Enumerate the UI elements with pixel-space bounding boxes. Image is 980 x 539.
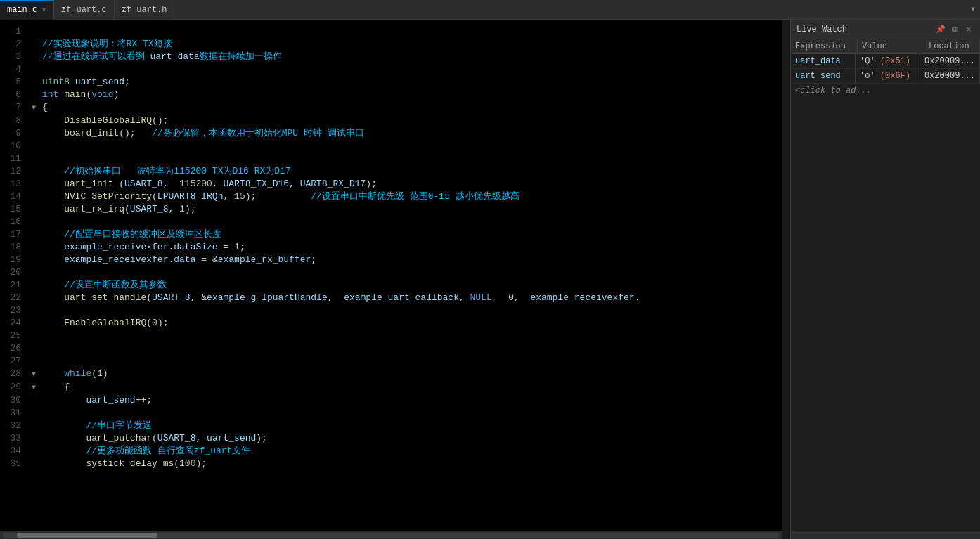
code-line: 32 //串口字节发送 xyxy=(0,420,782,432)
line-number: 20 xyxy=(0,266,28,279)
fold-arrow-icon[interactable]: ▼ xyxy=(32,384,36,391)
code-text: //通过在线调试可以看到 uart_data数据在持续加一操作 xyxy=(39,51,782,63)
fold-gutter[interactable]: ▼ xyxy=(28,368,39,381)
tab-close-main-c[interactable]: ✕ xyxy=(41,6,46,14)
fold-arrow-icon[interactable]: ▼ xyxy=(32,104,36,112)
line-number: 34 xyxy=(0,445,28,457)
col-header-location: Location xyxy=(924,39,980,53)
code-line: 13 uart_init (USART_8, 115200, UART8_TX_… xyxy=(0,178,782,190)
line-number: 24 xyxy=(0,317,28,330)
watch-expr-uart-send: uart_send xyxy=(791,69,856,83)
tab-zf-uart-h[interactable]: zf_uart.h xyxy=(115,0,175,20)
tab-label: zf_uart.h xyxy=(122,5,167,15)
code-line: 11 xyxy=(0,152,782,165)
code-text: NVIC_SetPriority(LPUART8_IRQn, 15); //设置… xyxy=(39,190,782,203)
watch-row-uart-send[interactable]: uart_send 'o' (0x6F) 0x20009... xyxy=(791,69,980,84)
code-editor: 12//实验现象说明：将RX TX短接3//通过在线调试可以看到 uart_da… xyxy=(0,20,782,539)
line-number: 28 xyxy=(0,368,28,380)
code-line: 16 xyxy=(0,216,782,228)
code-line: 2//实验现象说明：将RX TX短接 xyxy=(0,38,782,51)
line-number: 27 xyxy=(0,355,28,368)
code-line: 31 xyxy=(0,407,782,420)
code-line: 10 xyxy=(0,140,782,152)
live-watch-panel: Live Watch 📌 ⧉ ✕ Expression Value Locati… xyxy=(790,20,980,539)
code-line: 1 xyxy=(0,25,782,38)
code-line: 21 //设置中断函数及其参数 xyxy=(0,279,782,292)
code-text: uart_rx_irq(USART_8, 1); xyxy=(39,203,782,216)
watch-expr-uart-data: uart_data xyxy=(791,54,856,68)
line-number: 4 xyxy=(0,63,28,76)
code-line: 3//通过在线调试可以看到 uart_data数据在持续加一操作 xyxy=(0,51,782,63)
code-line: 19 example_receivexfer.data = &example_r… xyxy=(0,254,782,266)
code-text: //初始换串口 波特率为115200 TX为D16 RX为D17 xyxy=(39,165,782,178)
code-text: uint8 uart_send; xyxy=(39,76,782,89)
code-line: 20 xyxy=(0,266,782,279)
code-text: int main(void) xyxy=(39,89,782,101)
tab-label: zf_uart.c xyxy=(61,5,107,15)
line-number: 2 xyxy=(0,38,28,51)
code-text: //设置中断函数及其参数 xyxy=(39,279,782,292)
line-number: 29 xyxy=(0,381,28,394)
fold-arrow-icon[interactable]: ▼ xyxy=(32,370,36,378)
code-text: //配置串口接收的缓冲区及缓冲区长度 xyxy=(39,228,782,241)
code-line: 22 uart_set_handle(USART_8, &example_g_l… xyxy=(0,292,782,304)
watch-loc-uart-data: 0x20009... xyxy=(920,54,980,68)
panel-close-button[interactable]: ✕ xyxy=(963,24,974,35)
code-text: example_receivexfer.data = &example_rx_b… xyxy=(39,254,782,266)
tab-main-c[interactable]: main.c ✕ xyxy=(0,0,54,20)
line-number: 6 xyxy=(0,89,28,101)
code-line: 6int main(void) xyxy=(0,89,782,101)
panel-header: Live Watch 📌 ⧉ ✕ xyxy=(791,20,980,39)
tab-dropdown-button[interactable]: ▼ xyxy=(966,0,980,20)
line-number: 33 xyxy=(0,432,28,445)
line-number: 3 xyxy=(0,51,28,63)
watch-table-header: Expression Value Location xyxy=(791,39,980,54)
code-line: 33 uart_putchar(USART_8, uart_send); xyxy=(0,432,782,445)
watch-value-uart-send: 'o' (0x6F) xyxy=(856,69,920,83)
col-header-expression: Expression xyxy=(791,39,858,53)
watch-table: Expression Value Location uart_data 'Q' … xyxy=(791,39,980,285)
main-area: 12//实验现象说明：将RX TX短接3//通过在线调试可以看到 uart_da… xyxy=(0,20,980,539)
watch-value-uart-data: 'Q' (0x51) xyxy=(856,54,920,68)
line-number: 1 xyxy=(0,25,28,38)
line-number: 19 xyxy=(0,254,28,266)
fold-gutter[interactable]: ▼ xyxy=(28,101,39,115)
line-number: 18 xyxy=(0,241,28,254)
line-number: 35 xyxy=(0,457,28,470)
code-text: uart_send++; xyxy=(39,394,782,407)
code-line: 14 NVIC_SetPriority(LPUART8_IRQn, 15); /… xyxy=(0,190,782,203)
right-panel-hscroll[interactable] xyxy=(791,531,980,539)
h-scroll-thumb[interactable] xyxy=(17,533,157,538)
code-text: { xyxy=(39,101,782,114)
panel-pin-button[interactable]: 📌 xyxy=(935,24,946,35)
line-number: 17 xyxy=(0,228,28,241)
code-line: 27 xyxy=(0,355,782,368)
line-number: 26 xyxy=(0,342,28,355)
code-content[interactable]: 12//实验现象说明：将RX TX短接3//通过在线调试可以看到 uart_da… xyxy=(0,20,782,531)
watch-row-uart-data[interactable]: uart_data 'Q' (0x51) 0x20009... xyxy=(791,54,980,69)
h-scroll-track xyxy=(3,533,779,538)
line-number: 22 xyxy=(0,292,28,304)
line-number: 25 xyxy=(0,330,28,342)
code-line: 15 uart_rx_irq(USART_8, 1); xyxy=(0,203,782,216)
watch-add-row[interactable]: <click to ad... xyxy=(791,84,980,98)
code-text: //更多功能函数 自行查阅zf_uart文件 xyxy=(39,445,782,457)
code-line: 7▼{ xyxy=(0,101,782,115)
tab-zf-uart-c[interactable]: zf_uart.c xyxy=(54,0,115,20)
panel-float-button[interactable]: ⧉ xyxy=(949,24,960,35)
minimap xyxy=(782,20,790,539)
fold-gutter[interactable]: ▼ xyxy=(28,381,39,394)
code-line: 28▼ while(1) xyxy=(0,368,782,381)
horizontal-scrollbar[interactable] xyxy=(0,531,782,539)
code-line: 35 systick_delay_ms(100); xyxy=(0,457,782,470)
code-line: 4 xyxy=(0,63,782,76)
code-line: 8 DisableGlobalIRQ(); xyxy=(0,115,782,127)
code-text: { xyxy=(39,381,782,394)
code-line: 26 xyxy=(0,342,782,355)
code-text: EnableGlobalIRQ(0); xyxy=(39,317,782,330)
line-number: 7 xyxy=(0,101,28,114)
code-text: uart_putchar(USART_8, uart_send); xyxy=(39,432,782,445)
line-number: 11 xyxy=(0,152,28,165)
code-text: uart_init (USART_8, 115200, UART8_TX_D16… xyxy=(39,178,782,190)
code-text: while(1) xyxy=(39,368,782,380)
